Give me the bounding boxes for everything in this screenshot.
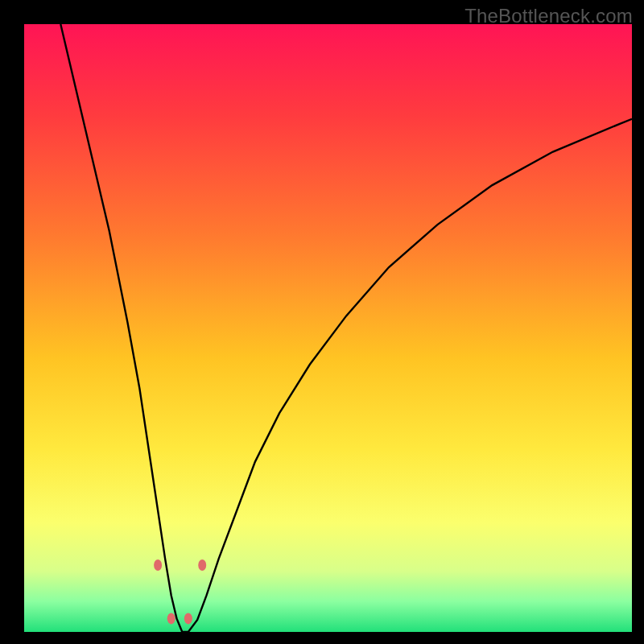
plot-area bbox=[24, 24, 632, 632]
curve-layer bbox=[24, 24, 632, 632]
marker-dot bbox=[167, 613, 175, 624]
marker-dot bbox=[154, 559, 162, 571]
watermark-text: TheBottleneck.com bbox=[464, 5, 633, 27]
bottleneck-curve bbox=[60, 24, 632, 632]
marker-dot bbox=[184, 613, 192, 624]
marker-dot bbox=[198, 559, 206, 571]
chart-frame: TheBottleneck.com bbox=[0, 0, 644, 644]
